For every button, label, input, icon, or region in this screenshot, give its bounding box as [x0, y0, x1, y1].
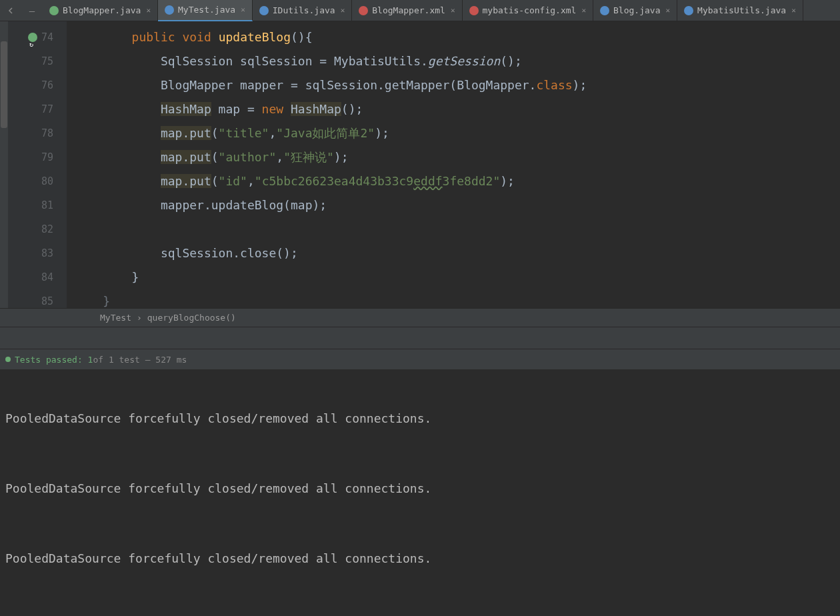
code-line: } [67, 289, 840, 308]
breadcrumb-class[interactable]: MyTest [100, 313, 131, 323]
line-number: 77 [41, 97, 53, 121]
line-number: 78 [41, 121, 53, 145]
tab-MyTest-java[interactable]: MyTest.java✕ [158, 0, 253, 21]
tab-BlogMapper-java[interactable]: BlogMapper.java✕ [43, 0, 158, 21]
class-file-icon [684, 6, 693, 15]
tab-label: Blog.java [613, 5, 660, 15]
line-number: 83 [41, 241, 53, 265]
java-file-icon [49, 6, 59, 15]
gutter: 74 75 76 77 78 79 80 81 82 83 84 85 [8, 21, 67, 308]
line-number: 79 [41, 145, 53, 169]
tab-label: BlogMapper.xml [372, 5, 445, 15]
line-number: 85 [41, 289, 53, 313]
tab-Blog-java[interactable]: Blog.java✕ [593, 0, 677, 21]
tab-label: MyTest.java [178, 5, 235, 15]
code-line: mapper.updateBlog(map); [67, 193, 840, 217]
close-icon[interactable]: ✕ [146, 6, 151, 15]
tab-label: IDutils.java [273, 5, 335, 15]
breadcrumb-method[interactable]: queryBlogChoose() [147, 313, 236, 323]
line-number: 76 [41, 73, 53, 97]
line-number: 74 [41, 25, 53, 49]
code-line: HashMap map = new HashMap(); [67, 97, 840, 121]
console-line: PooledDataSource forcefully closed/remov… [5, 407, 835, 430]
tab-label: BlogMapper.java [63, 5, 141, 15]
code-editor[interactable]: 74 75 76 77 78 79 80 81 82 83 84 85 publ… [0, 21, 840, 308]
class-file-icon [600, 6, 609, 15]
console-line: PooledDataSource forcefully closed/remov… [5, 477, 835, 500]
tab-label: mybatis-config.xml [483, 5, 577, 15]
line-number: 84 [41, 265, 53, 289]
close-icon[interactable]: ✕ [241, 5, 245, 14]
line-number: 80 [41, 169, 53, 193]
tab-MybatisUtils-java[interactable]: MybatisUtils.java✕ [677, 0, 803, 21]
tabs-bar: — BlogMapper.java✕MyTest.java✕IDutils.ja… [0, 0, 840, 21]
test-passed-count: Tests passed: 1 [15, 355, 93, 365]
run-test-icon[interactable] [28, 33, 37, 42]
code-line [67, 217, 840, 241]
code-line: } [67, 265, 840, 289]
console-output[interactable]: PooledDataSource forcefully closed/remov… [0, 369, 840, 616]
tab-mybatis-config-xml[interactable]: mybatis-config.xml✕ [463, 0, 594, 21]
panel-gap [0, 327, 840, 349]
collapse-icon[interactable]: — [25, 4, 39, 17]
code-line: map.put("title","Java如此简单2"); [67, 121, 840, 145]
code-line: map.put("id","c5bbc26623ea4d43b33c9eddf3… [67, 169, 840, 193]
test-pass-icon [5, 357, 11, 362]
xml-file-icon [469, 6, 479, 15]
xml-file-icon [359, 6, 368, 15]
line-number: 75 [41, 49, 53, 73]
close-icon[interactable]: ✕ [665, 6, 670, 15]
code-line: BlogMapper mapper = sqlSession.getMapper… [67, 73, 840, 97]
scroll-thumb[interactable] [1, 41, 7, 128]
line-number: 82 [41, 217, 53, 241]
class-file-icon [259, 6, 269, 15]
breadcrumb-separator: › [137, 313, 142, 323]
close-icon[interactable]: ✕ [581, 6, 586, 15]
breadcrumb[interactable]: MyTest › queryBlogChoose() [0, 308, 840, 327]
tab-BlogMapper-xml[interactable]: BlogMapper.xml✕ [352, 0, 462, 21]
tab-IDutils-java[interactable]: IDutils.java✕ [253, 0, 353, 21]
close-icon[interactable]: ✕ [791, 6, 796, 15]
class-file-icon [165, 5, 174, 15]
line-number: 81 [41, 193, 53, 217]
code-line: sqlSession.close(); [67, 241, 840, 265]
tab-label: MybatisUtils.java [697, 5, 786, 15]
code-line: SqlSession sqlSession = MybatisUtils.get… [67, 49, 840, 73]
close-icon[interactable]: ✕ [341, 6, 345, 15]
code-line: map.put("author","狂神说"); [67, 145, 840, 169]
test-status-bar: Tests passed: 1 of 1 test – 527 ms [0, 349, 840, 369]
scrollbar[interactable] [0, 21, 8, 308]
code-line: public void updateBlog(){ [67, 25, 840, 49]
back-arrow-icon[interactable] [4, 4, 17, 17]
test-status-rest: of 1 test – 527 ms [93, 355, 187, 365]
close-icon[interactable]: ✕ [451, 6, 455, 15]
code-area[interactable]: public void updateBlog(){ SqlSession sql… [67, 21, 840, 308]
console-line: PooledDataSource forcefully closed/remov… [5, 547, 835, 570]
